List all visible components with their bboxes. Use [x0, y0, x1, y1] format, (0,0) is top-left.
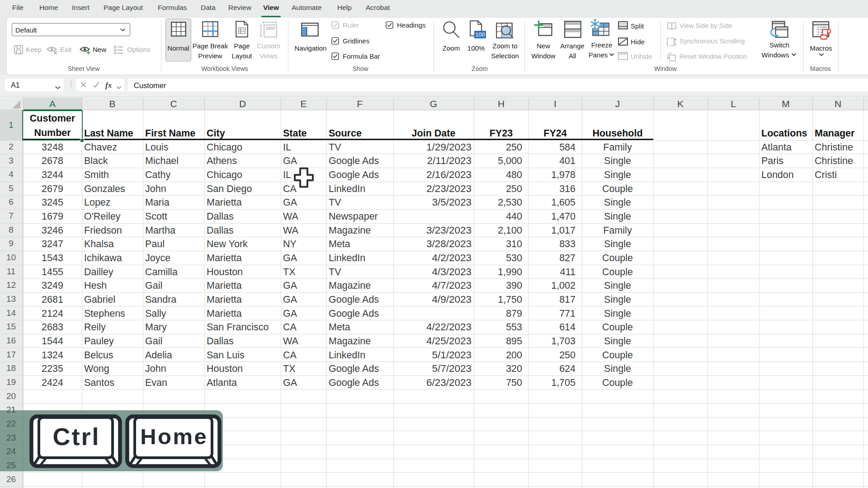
svg-text:Ctrl: Ctrl	[53, 423, 100, 450]
svg-text:Home: Home	[140, 424, 208, 449]
svg-text:100: 100	[476, 32, 485, 38]
